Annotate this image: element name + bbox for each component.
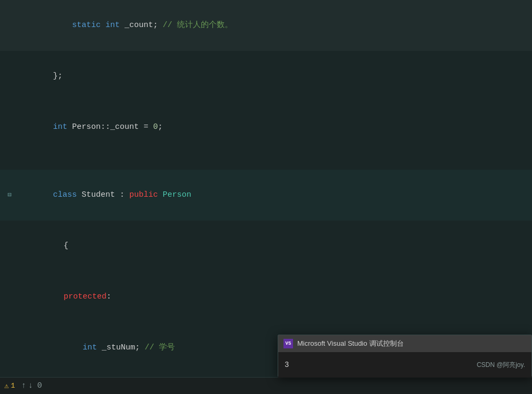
code-token — [64, 343, 83, 352]
fold-indicator — [4, 288, 15, 305]
console-attribution: CSDN @阿亮joy. — [477, 361, 525, 370]
code-token: int — [83, 343, 97, 352]
code-line: }; — [0, 51, 532, 102]
arrow-up-icon[interactable]: ↑ — [21, 381, 26, 390]
code-line: protected: — [0, 272, 532, 322]
line-content — [15, 153, 532, 170]
code-token: Student : — [77, 190, 129, 199]
code-token: Person::_count = — [67, 122, 153, 132]
line-content: static int _count; // 统计人的个数。 — [15, 0, 532, 51]
code-token: // 学号 — [145, 343, 175, 352]
fold-indicator — [4, 339, 15, 356]
fold-indicator — [4, 153, 15, 170]
fold-indicator — [4, 17, 15, 34]
console-window[interactable]: VS Microsoft Visual Studio 调试控制台 3 CSDN … — [278, 335, 532, 377]
code-token: protected — [64, 292, 107, 301]
fold-indicator — [4, 238, 15, 255]
vs-icon: VS — [283, 339, 293, 348]
console-output-number: 3 — [285, 361, 289, 369]
code-line: ⊟ class Student : public Person — [0, 170, 532, 221]
code-token: // 统计人的个数。 — [163, 21, 233, 30]
code-token: int — [53, 122, 67, 132]
code-token: }; — [53, 72, 63, 81]
code-token: int — [105, 21, 120, 30]
line-content: class Student : public Person — [15, 170, 532, 221]
code-token: class — [53, 190, 77, 199]
code-token — [101, 21, 105, 30]
code-token: : — [107, 292, 111, 301]
line-content: int Person::_count = 0; — [15, 102, 532, 153]
code-token: ; — [158, 122, 163, 132]
code-line — [0, 153, 532, 170]
code-editor: static int _count; // 统计人的个数。 }; int Per… — [0, 0, 532, 394]
warning-icon: ⚠ — [4, 381, 8, 390]
console-titlebar: VS Microsoft Visual Studio 调试控制台 — [278, 335, 531, 352]
code-token: _stuNum; — [97, 343, 145, 352]
code-token: Person — [163, 190, 191, 199]
code-line: int Person::_count = 0; — [0, 102, 532, 153]
line-content: }; — [15, 51, 532, 102]
status-arrows: ↑ ↓ — [21, 381, 33, 390]
console-title: Microsoft Visual Studio 调试控制台 — [297, 339, 404, 348]
code-line: static int _count; // 统计人的个数。 — [0, 0, 532, 51]
line-content: protected: — [15, 272, 532, 322]
code-token: 0 — [153, 122, 158, 132]
fold-indicator[interactable]: ⊟ — [4, 187, 15, 204]
status-bar: ⚠ 1 ↑ ↓ 0 — [0, 377, 532, 394]
status-warning: ⚠ 1 — [4, 381, 15, 390]
code-token: static — [72, 21, 101, 30]
arrow-down-icon[interactable]: ↓ — [28, 381, 33, 390]
fold-indicator — [4, 68, 15, 85]
code-token — [158, 190, 163, 199]
console-body: 3 CSDN @阿亮joy. — [278, 352, 531, 378]
fold-indicator — [4, 119, 15, 136]
warning-count: 1 — [11, 382, 15, 390]
code-token: { — [64, 241, 68, 250]
page-number: 0 — [37, 381, 42, 390]
line-content: { — [15, 221, 532, 272]
code-line: { — [0, 221, 532, 272]
code-token: public — [129, 190, 158, 199]
code-token — [53, 21, 72, 30]
code-token: _count; — [120, 21, 163, 30]
